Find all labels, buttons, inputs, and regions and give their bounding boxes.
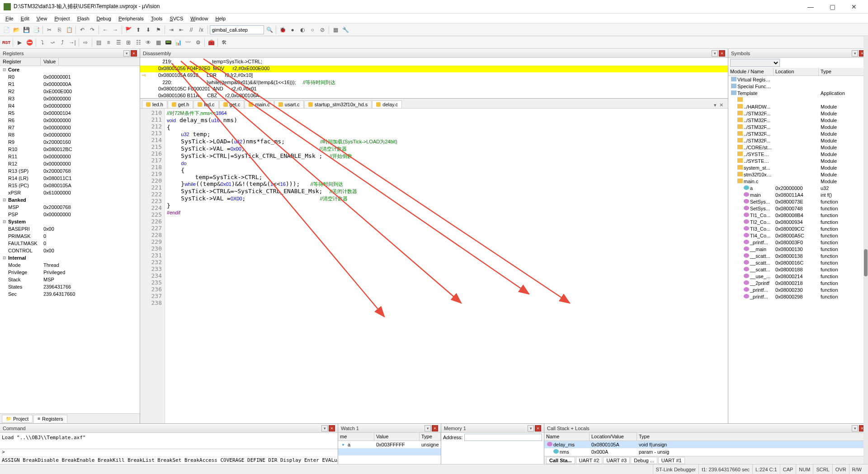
watch-list[interactable]: 🔹 a0x003FFFFFunsigne [338, 441, 441, 464]
symbol-row[interactable]: ../STM32F...Module [728, 123, 868, 130]
symbol-row[interactable]: Virtual Registers [728, 76, 868, 83]
menu-window[interactable]: Window [187, 15, 212, 22]
symbol-row[interactable]: TI3_Co...0x080009CCfunction [728, 225, 868, 232]
window-icon[interactable]: ▦ [331, 25, 340, 34]
indent-icon[interactable]: ⇥ [167, 25, 176, 34]
symbol-row[interactable]: ../STM32F...Module [728, 117, 868, 123]
registers-win-icon[interactable]: ⊞ [124, 38, 133, 47]
editor-tab[interactable]: main.c [245, 100, 274, 108]
symbol-row[interactable]: ../SYSTEM...Module [728, 157, 868, 164]
symbol-row[interactable]: _printf...0x080003F0function [728, 239, 868, 246]
bp-disable-icon[interactable]: ○ [308, 25, 317, 34]
reg-row[interactable]: R80x00000000 [0, 131, 140, 138]
reg-group[interactable]: Internal [0, 254, 140, 261]
project-tab[interactable]: 📁 Project [2, 415, 33, 423]
pane-pin-icon[interactable]: ▾ [852, 425, 858, 431]
registers-tree[interactable]: CoreR00x00000001R10x0000000AR20xE000E000… [0, 66, 140, 413]
pane-pin-icon[interactable]: ▾ [852, 50, 858, 57]
bookmark-prev-icon[interactable]: ⬆ [134, 25, 143, 34]
symbol-row[interactable]: TemplateApplication [728, 90, 868, 96]
paste-icon[interactable]: 📋 [65, 25, 74, 34]
symbol-row[interactable]: TI1_Co...0x080008B4function [728, 212, 868, 218]
symbol-row[interactable]: ../STM32F...Module [728, 130, 868, 137]
symbol-row[interactable]: ../SYSTEM...Module [728, 151, 868, 157]
reg-row[interactable]: Sec239.64317660 [0, 290, 140, 298]
callstack-row[interactable]: nms0x000Aparam - unsig [544, 448, 868, 455]
reg-row[interactable]: R00x00000001 [0, 73, 140, 81]
editor-tab[interactable]: get.c [219, 100, 245, 108]
reg-row[interactable]: R20xE000E000 [0, 88, 140, 95]
pane-close-icon[interactable]: × [535, 425, 541, 431]
command-input[interactable] [6, 449, 338, 457]
symbols-tree[interactable]: Virtual RegistersSpecial Function R...Te… [728, 76, 868, 423]
symbols-win-icon[interactable]: ☰ [114, 38, 123, 47]
bottom-tab[interactable]: UART #1 [658, 457, 685, 464]
find-combo[interactable]: gimbal_cali.step [210, 25, 264, 34]
editor-tab[interactable]: get.h [168, 100, 193, 108]
memory-address-input[interactable] [464, 434, 542, 441]
pane-pin-icon[interactable]: ▾ [123, 50, 130, 57]
symbol-row[interactable]: main.cModule [728, 178, 868, 185]
symbol-row[interactable]: SetSys...0x08000748function [728, 205, 868, 212]
close-button[interactable]: ✕ [844, 0, 864, 14]
reg-group[interactable]: Core [0, 66, 140, 73]
bp-enable-icon[interactable]: ◐ [298, 25, 307, 34]
reg-row[interactable]: CONTROL0x00 [0, 247, 140, 254]
code-editor[interactable]: 210 211 212 213 214 215 216 217 218 219 … [140, 109, 728, 423]
copy-icon[interactable]: ⎘ [55, 25, 64, 34]
serial-win-icon[interactable]: 📟 [164, 38, 173, 47]
pane-close-icon[interactable]: × [131, 50, 137, 57]
new-icon[interactable]: 📄 [2, 25, 11, 34]
callstack-win-icon[interactable]: ☷ [134, 38, 143, 47]
memory-win-icon[interactable]: ▦ [154, 38, 163, 47]
stop-icon[interactable]: ⛔ [25, 38, 34, 47]
bp-kill-icon[interactable]: ⊘ [318, 25, 327, 34]
reg-row[interactable]: R120x00000000 [0, 160, 140, 167]
find-icon[interactable]: 🔍 [265, 25, 274, 34]
menu-tools[interactable]: Tools [147, 15, 166, 22]
cut-icon[interactable]: ✂ [45, 25, 54, 34]
uncomment-icon[interactable]: /x [197, 25, 206, 34]
reg-row[interactable]: R15 (PC)0x0800105A [0, 182, 140, 189]
symbol-row[interactable]: TI4_Co...0x08000A5Cfunction [728, 232, 868, 239]
symbols-filter[interactable] [730, 59, 780, 67]
menu-file[interactable]: File [2, 15, 17, 22]
cmd-win-icon[interactable]: ▤ [94, 38, 103, 47]
reg-row[interactable]: States2396431766 [0, 283, 140, 290]
symbol-row[interactable]: ../STM32F...Module [728, 110, 868, 117]
callstack-list[interactable]: delay_ms0x0800105Avoid f(unsignnms0x000A… [544, 441, 868, 456]
symbol-row[interactable]: __2printf0x08000218function [728, 280, 868, 286]
disasm-line[interactable]: 219: temp=SysTick->CTRL; [140, 59, 728, 66]
reg-row[interactable]: R60x00000000 [0, 117, 140, 124]
menu-view[interactable]: View [33, 15, 51, 22]
periph-win-icon[interactable]: ⚙ [193, 38, 203, 47]
symbol-row[interactable]: TI2_Co...0x08000934function [728, 218, 868, 225]
trace-win-icon[interactable]: 〰 [184, 38, 193, 47]
analysis-win-icon[interactable]: 📊 [174, 38, 183, 47]
menu-debug[interactable]: Debug [93, 15, 115, 22]
reg-row[interactable]: PSP0x00000000 [0, 211, 140, 218]
editor-tab[interactable]: usart.c [274, 100, 304, 108]
disasm-line[interactable]: 0x0800105C F0000201 AND r2,r0,#0x01 [140, 86, 728, 93]
symbol-row[interactable]: _printf...0x08000230function [728, 286, 868, 293]
symbol-row[interactable]: ../STM32F...Module [728, 137, 868, 144]
undo-icon[interactable]: ↶ [78, 25, 87, 34]
comment-icon[interactable]: // [187, 25, 196, 34]
disasm-line[interactable]: 0x08001060 B11A CBZ r2,0x0800106A [140, 93, 728, 98]
reg-row[interactable]: R50x00000104 [0, 109, 140, 117]
breakpoint-icon[interactable]: ● [288, 25, 297, 34]
maximize-button[interactable]: ▢ [822, 0, 843, 14]
editor-tab[interactable]: startup_stm32f10x_hd.s [304, 100, 372, 108]
rst-icon[interactable]: RST [2, 38, 11, 47]
reg-row[interactable]: ModeThread [0, 261, 140, 269]
reg-row[interactable]: R100x080012BC [0, 146, 140, 153]
symbol-row[interactable]: system_st...Module [728, 164, 868, 171]
symbols-scrollbar[interactable] [863, 37, 868, 464]
menu-svcs[interactable]: SVCS [166, 15, 187, 22]
menu-edit[interactable]: Edit [17, 15, 33, 22]
symbol-row[interactable]: ../CORE/st...Module [728, 144, 868, 151]
config-icon[interactable]: 🔧 [341, 25, 350, 34]
symbol-row[interactable] [728, 96, 868, 103]
reg-row[interactable]: R30x00000000 [0, 95, 140, 102]
symbol-row[interactable]: stm32f10x_...Module [728, 171, 868, 178]
